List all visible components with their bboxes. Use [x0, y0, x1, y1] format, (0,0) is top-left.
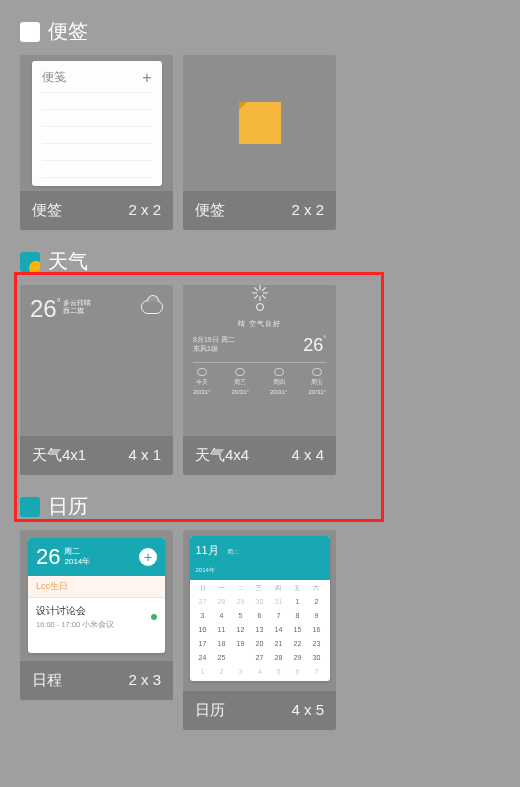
temp-value: 26: [303, 335, 323, 355]
day-cell: 27: [251, 651, 269, 664]
widget-size: 2 x 2: [291, 201, 324, 220]
mini-cloud-icon: [235, 368, 245, 376]
weather-widget-row: 26° 多云转晴 西二旗 天气4x1 4 x 1: [20, 285, 500, 475]
day-cell: 12: [232, 623, 250, 636]
section-weather: 天气 26° 多云转晴 西二旗 天气4x1 4 x 1: [0, 230, 520, 475]
day-cell: 2: [308, 595, 326, 608]
day-cell: 2: [213, 665, 231, 678]
day-cell: 14: [270, 623, 288, 636]
detail-line2: 东风1级: [193, 344, 235, 353]
day-cell: 31: [270, 595, 288, 608]
dow-cell: 四: [269, 584, 288, 593]
widget-notes-2x2-b[interactable]: 便签 2 x 2: [183, 55, 336, 230]
widget-footer: 日历 4 x 5: [183, 691, 336, 730]
widget-preview: 11月 周二2014年 日一二三四五六 27282930311234567891…: [183, 530, 336, 691]
mini-cloud-icon: [312, 368, 322, 376]
weather-4x4-preview: 晴 空气良好 8月19日 周二 东风1级 26° 今天20/31°周三20/31…: [193, 293, 326, 428]
day-cell: 1: [289, 595, 307, 608]
mini-cloud-icon: [197, 368, 207, 376]
widget-size: 4 x 4: [291, 446, 324, 465]
day-cell: 16: [308, 623, 326, 636]
widget-preview: 26 周二 2014年 + Lcc生日 设计讨论会 16:00 - 17:00: [20, 530, 173, 661]
day-cell: 1: [194, 665, 212, 678]
widget-size: 2 x 3: [128, 671, 161, 690]
day-cell: 3: [232, 665, 250, 678]
day-cell: 21: [270, 637, 288, 650]
day-cell: 15: [289, 623, 307, 636]
notes-widget-row: 便笺 + 便签 2 x 2 便签 2 x 2: [20, 55, 500, 230]
day-cell: 29: [289, 651, 307, 664]
dow-cell: 一: [212, 584, 231, 593]
day-cell: 9: [308, 609, 326, 622]
day-cell: 4: [251, 665, 269, 678]
day-cell: 28: [270, 651, 288, 664]
day-cell: 10: [194, 623, 212, 636]
day-cell: 4: [213, 609, 231, 622]
note-preview-detailed: 便笺 +: [32, 61, 162, 186]
widget-weather-4x1[interactable]: 26° 多云转晴 西二旗 天气4x1 4 x 1: [20, 285, 173, 475]
calendar-grid-preview: 11月 周二2014年 日一二三四五六 27282930311234567891…: [190, 536, 330, 681]
weather-icon: [20, 252, 40, 272]
widget-name: 天气4x4: [195, 446, 249, 465]
section-title-calendar: 日历: [48, 493, 88, 520]
note-preview-title: 便笺: [42, 69, 66, 87]
day-cell: 17: [194, 637, 212, 650]
note-block-icon: [239, 102, 281, 144]
forecast-day: 周三20/31°: [232, 368, 249, 395]
section-notes: 便签 便笺 + 便签 2 x 2 便签: [0, 0, 520, 230]
section-title-notes: 便签: [48, 18, 88, 45]
event-dot-icon: [151, 614, 157, 620]
forecast-day: 今天20/31°: [193, 368, 210, 395]
mini-cloud-icon: [274, 368, 284, 376]
temp-value: 26: [30, 295, 57, 323]
day-cell: 23: [308, 637, 326, 650]
cloud-icon: [141, 300, 163, 314]
month: 11月: [196, 544, 219, 556]
day-cell: 11: [213, 623, 231, 636]
widget-footer: 便签 2 x 2: [20, 191, 173, 230]
date-num: 26: [36, 544, 60, 570]
widget-size: 2 x 2: [128, 201, 161, 220]
day-cell: 28: [213, 595, 231, 608]
widget-calendar-4x5[interactable]: 11月 周二2014年 日一二三四五六 27282930311234567891…: [183, 530, 336, 730]
widget-name: 便签: [32, 201, 62, 220]
temp-sub1: 多云转晴: [63, 299, 91, 307]
calendar-icon: [20, 497, 40, 517]
calendar-widget-row: 26 周二 2014年 + Lcc生日 设计讨论会 16:00 - 17:00: [20, 530, 500, 730]
plus-icon: +: [142, 69, 151, 87]
day-cell: 29: [232, 595, 250, 608]
dow-cell: 五: [288, 584, 307, 593]
weather-4x1-preview: 26° 多云转晴 西二旗: [30, 295, 163, 323]
widget-footer: 天气4x4 4 x 4: [183, 436, 336, 475]
forecast-day: 周五20/31°: [309, 368, 326, 395]
day-cell: 6: [289, 665, 307, 678]
forecast-day: 周四20/31°: [270, 368, 287, 395]
day-cell: 3: [194, 609, 212, 622]
sun-icon: [252, 299, 268, 315]
detail-line1: 8月19日 周二: [193, 335, 235, 344]
widget-name: 日程: [32, 671, 62, 690]
day-cell: 7: [308, 665, 326, 678]
widget-footer: 日程 2 x 3: [20, 661, 173, 700]
day-cell: 5: [232, 609, 250, 622]
dow-cell: 三: [250, 584, 269, 593]
event-title: 设计讨论会: [36, 604, 114, 618]
add-event-button[interactable]: +: [139, 548, 157, 566]
year: 2014年: [64, 557, 90, 567]
section-header-notes: 便签: [20, 0, 500, 55]
section-header-calendar: 日历: [20, 475, 500, 530]
widget-weather-4x4[interactable]: 晴 空气良好 8月19日 周二 东风1级 26° 今天20/31°周三20/31…: [183, 285, 336, 475]
widget-footer: 天气4x1 4 x 1: [20, 436, 173, 475]
widget-notes-2x2-a[interactable]: 便笺 + 便签 2 x 2: [20, 55, 173, 230]
day-cell: 26: [232, 651, 250, 664]
widget-name: 便签: [195, 201, 225, 220]
day-cell: 22: [289, 637, 307, 650]
day-cell: 18: [213, 637, 231, 650]
widget-schedule-2x3[interactable]: 26 周二 2014年 + Lcc生日 设计讨论会 16:00 - 17:00: [20, 530, 173, 700]
dow-cell: 二: [231, 584, 250, 593]
widget-footer: 便签 2 x 2: [183, 191, 336, 230]
widget-size: 4 x 5: [291, 701, 324, 720]
event-sub: 16:00 - 17:00 小米会议: [36, 620, 114, 630]
forecast-row: 今天20/31°周三20/31°周四20/31°周五20/31°: [193, 368, 326, 395]
widget-name: 天气4x1: [32, 446, 86, 465]
